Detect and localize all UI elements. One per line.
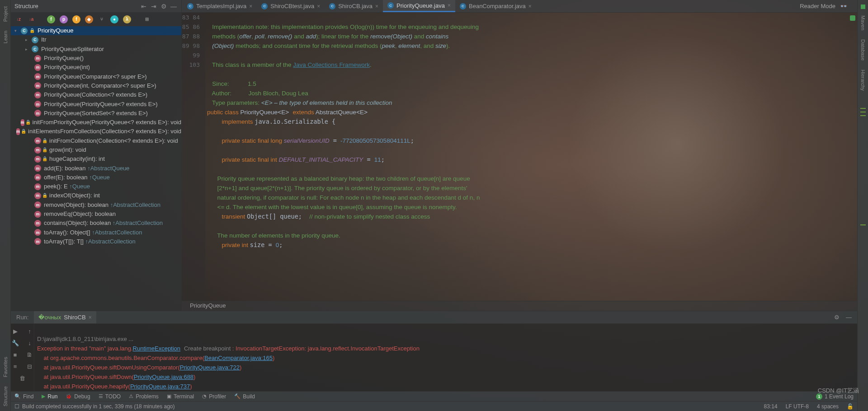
close-icon[interactable]: × — [448, 2, 451, 9]
lock-icon: 🔒 — [42, 145, 47, 154]
editor-tab[interactable]: CPriorityQueue.java× — [383, 0, 455, 12]
tree-item[interactable]: mtoArray(T[]): T[] ↑AbstractCollection — [11, 237, 181, 246]
filter-properties-icon[interactable]: p — [60, 15, 68, 23]
tree-item[interactable]: mcontains(Object): boolean ↑AbstractColl… — [11, 219, 181, 228]
sort-alpha-icon[interactable]: ↓z — [14, 15, 23, 23]
event-log[interactable]: 11 Event Log — [816, 393, 854, 400]
class-icon: C — [460, 3, 466, 9]
autoscroll-icon[interactable]: ⊞ — [143, 15, 151, 23]
run-output[interactable]: D:\java8\jdk1.8.0_211\bin\java.exe ... E… — [34, 324, 857, 391]
tool-terminal[interactable]: ▣Terminal — [167, 393, 194, 400]
expand-icon[interactable]: ⇤ — [140, 3, 148, 10]
filter-inherited-icon[interactable]: f — [72, 15, 80, 23]
tree-item[interactable]: madd(E): boolean ↑AbstractQueue — [11, 163, 181, 173]
tool-problems[interactable]: ⚠Problems — [129, 393, 159, 400]
filter-lambda2-icon[interactable]: λ — [123, 15, 131, 23]
editor-tab[interactable]: CBeanComparator.java× — [455, 0, 536, 12]
editor-tab[interactable]: CShiroCBtest.java× — [257, 0, 325, 12]
tree-item[interactable]: mPriorityQueue(int) — [11, 63, 181, 72]
tree-item[interactable]: ▸CItr — [11, 35, 181, 44]
sort-vis-icon[interactable]: ↓a — [27, 15, 35, 23]
tool-maven[interactable]: Maven — [860, 11, 866, 35]
tree-item[interactable]: mpeek(): E ↑Queue — [11, 182, 181, 191]
tree-item[interactable]: m🔒hugeCapacity(int): int — [11, 154, 181, 163]
error-stripe-mark[interactable] — [860, 115, 866, 116]
filter-anon-icon[interactable]: ◆ — [85, 15, 93, 23]
tool-todo[interactable]: ☰TODO — [99, 393, 121, 400]
rerun-icon[interactable]: ▶ — [10, 327, 21, 336]
tool-debug[interactable]: 🐞Debug — [66, 393, 90, 400]
tree-item[interactable]: mPriorityQueue(Comparator<? super E>) — [11, 72, 181, 81]
tree-item[interactable]: m🔒grow(int): void — [11, 145, 181, 154]
error-stripe-mark[interactable] — [860, 108, 866, 109]
code-area[interactable]: Implementation note: this implementation… — [205, 13, 857, 301]
tool-learn[interactable]: Learn — [3, 26, 8, 48]
close-icon[interactable]: × — [89, 314, 92, 321]
filter-fields-icon[interactable]: f — [47, 15, 55, 23]
filter-icon[interactable]: ⊟ — [24, 362, 35, 371]
layout-icon[interactable]: ≡ — [10, 362, 21, 371]
error-stripe-mark[interactable] — [860, 112, 866, 112]
tree-item[interactable]: m🔒initElementsFromCollection(Collection<… — [11, 127, 181, 136]
structure-tree[interactable]: ▾C🔒PriorityQueue ▸CItr▸CPriorityQueueSpl… — [11, 26, 181, 311]
tree-item[interactable]: mtoArray(): Object[] ↑AbstractCollection — [11, 228, 181, 237]
editor-tab[interactable]: CShiroCB.java× — [325, 0, 383, 12]
close-icon[interactable]: × — [375, 3, 378, 9]
tool-profiler[interactable]: ◔Profiler — [202, 393, 226, 400]
export-icon[interactable]: 🗎 — [24, 350, 35, 359]
stop-icon[interactable]: ■ — [10, 350, 21, 359]
collapse-icon[interactable]: ⇥ — [150, 3, 158, 10]
tree-item[interactable]: mremove(Object): boolean ↑AbstractCollec… — [11, 201, 181, 210]
down-icon[interactable]: ↓ — [24, 338, 35, 347]
wrench-icon[interactable]: 🔧 — [10, 338, 21, 347]
tree-item[interactable]: mPriorityQueue(PriorityQueue<? extends E… — [11, 99, 181, 108]
run-minimize-icon[interactable]: — — [846, 314, 852, 321]
tool-favorites[interactable]: Favorites — [3, 352, 8, 382]
class-icon: C — [329, 3, 335, 9]
tree-item[interactable]: m🔒initFromPriorityQueue(PriorityQueue<? … — [11, 118, 181, 127]
line-gutter: 83 84 85 86 87 88 89 98 99 103 — [182, 13, 205, 301]
tree-item[interactable]: m🔒initFromCollection(Collection<? extend… — [11, 136, 181, 145]
tool-hierarchy[interactable]: Hierarchy — [860, 65, 866, 95]
inspection-indicator[interactable] — [850, 15, 855, 21]
tool-build[interactable]: 🔨Build — [234, 393, 255, 400]
reader-mode-icon[interactable]: 👓 — [840, 3, 847, 9]
run-panel: Run: �очныхShiroCB× ⚙ — ▶↑ 🔧↓ ■🗎 ≡⊟ 🗑 D: — [11, 311, 857, 391]
filter-lambda-icon[interactable]: ⑂ — [98, 15, 106, 23]
filter-nonpublic-icon[interactable]: ● — [110, 15, 118, 23]
run-gear-icon[interactable]: ⚙ — [834, 314, 840, 321]
tree-item[interactable]: m🔒indexOf(Object): int — [11, 191, 181, 200]
minimize-icon[interactable]: — — [170, 3, 178, 10]
close-icon[interactable]: × — [317, 3, 320, 9]
tool-project[interactable]: Project — [3, 2, 8, 26]
caret-pos[interactable]: 83:14 — [764, 403, 778, 410]
up-icon[interactable]: ↑ — [24, 327, 35, 336]
close-icon[interactable]: × — [528, 3, 532, 9]
reader-mode-label[interactable]: Reader Mode — [800, 3, 835, 9]
close-icon[interactable]: × — [249, 3, 252, 9]
tool-find[interactable]: 🔍Find — [14, 393, 33, 400]
maven-icon[interactable] — [861, 5, 865, 9]
editor-body[interactable]: 83 84 85 86 87 88 89 98 99 103 Implement… — [182, 13, 857, 301]
tree-item[interactable]: mPriorityQueue(SortedSet<? extends E>) — [11, 109, 181, 118]
gear-icon[interactable]: ⚙ — [160, 3, 168, 10]
error-stripe-mark[interactable] — [860, 224, 866, 225]
editor-tab[interactable]: CTemplatesImpl.java× — [183, 0, 257, 12]
indent[interactable]: 4 spaces — [817, 403, 839, 410]
tree-root[interactable]: ▾C🔒PriorityQueue — [11, 26, 181, 35]
tree-item[interactable]: moffer(E): boolean ↑Queue — [11, 173, 181, 182]
tree-item[interactable]: ▸CPriorityQueueSpliterator — [11, 45, 181, 54]
tree-item[interactable]: mremoveEq(Object): boolean — [11, 210, 181, 219]
tool-database[interactable]: Database — [860, 35, 866, 65]
encoding[interactable]: LF UTF-8 — [786, 403, 809, 410]
breadcrumb[interactable]: PriorityQueue — [182, 301, 857, 311]
tool-structure[interactable]: Structure — [3, 382, 8, 411]
tool-run[interactable]: ▶Run — [42, 393, 57, 400]
tree-item[interactable]: mPriorityQueue(int, Comparator<? super E… — [11, 81, 181, 90]
bottom-toolbar: 🔍Find ▶Run 🐞Debug ☰TODO ⚠Problems ▣Termi… — [11, 391, 857, 401]
tree-item[interactable]: mPriorityQueue() — [11, 54, 181, 63]
trash-icon[interactable]: 🗑 — [17, 374, 28, 383]
tree-item[interactable]: mPriorityQueue(Collection<? extends E>) — [11, 90, 181, 99]
lock-icon[interactable]: 🔓 — [847, 403, 854, 410]
run-config-tab[interactable]: �очныхShiroCB× — [34, 311, 96, 323]
